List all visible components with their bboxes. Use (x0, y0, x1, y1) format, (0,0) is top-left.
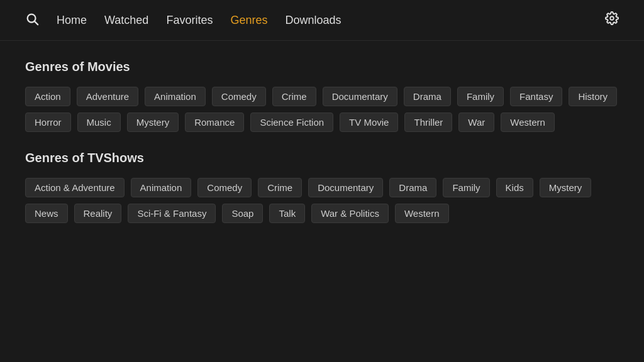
tvshows-genre-tags: Action & AdventureAnimationComedyCrimeDo… (25, 178, 619, 223)
tv-tag-comedy[interactable]: Comedy (197, 178, 252, 197)
tv-tag-sci-fi-fantasy[interactable]: Sci-Fi & Fantasy (128, 204, 216, 223)
search-icon[interactable] (25, 12, 39, 28)
tvshows-section: Genres of TVShows Action & AdventureAnim… (25, 151, 619, 223)
movie-tag-western[interactable]: Western (501, 112, 555, 132)
movie-tag-family[interactable]: Family (457, 87, 504, 106)
movie-tag-mystery[interactable]: Mystery (127, 112, 179, 132)
tv-tag-animation[interactable]: Animation (131, 178, 192, 197)
tv-tag-kids[interactable]: Kids (496, 178, 533, 197)
tv-tag-news[interactable]: News (25, 204, 68, 223)
tvshows-section-title: Genres of TVShows (25, 151, 619, 165)
tv-tag-talk[interactable]: Talk (269, 204, 305, 223)
nav-link-downloads[interactable]: Downloads (285, 14, 341, 27)
svg-point-2 (610, 16, 614, 20)
movie-tag-horror[interactable]: Horror (25, 112, 71, 132)
tv-tag-documentary[interactable]: Documentary (308, 178, 383, 197)
movies-section-title: Genres of Movies (25, 60, 619, 74)
movie-tag-science-fiction[interactable]: Science Fiction (250, 112, 333, 132)
movie-tag-fantasy[interactable]: Fantasy (510, 87, 562, 106)
movie-tag-history[interactable]: History (569, 87, 617, 106)
movie-tag-adventure[interactable]: Adventure (77, 87, 138, 106)
nav-link-favorites[interactable]: Favorites (166, 14, 213, 27)
nav-link-home[interactable]: Home (57, 14, 87, 27)
movie-tag-tv-movie[interactable]: TV Movie (340, 112, 398, 132)
tv-tag-family[interactable]: Family (443, 178, 489, 197)
tv-tag-war-politics[interactable]: War & Politics (311, 204, 389, 223)
movie-tag-war[interactable]: War (458, 112, 494, 132)
tv-tag-mystery[interactable]: Mystery (540, 178, 592, 197)
movies-genre-tags: ActionAdventureAnimationComedyCrimeDocum… (25, 87, 619, 132)
tv-tag-action-adventure[interactable]: Action & Adventure (25, 178, 125, 197)
movies-section: Genres of Movies ActionAdventureAnimatio… (25, 60, 619, 132)
nav-link-watched[interactable]: Watched (104, 14, 148, 27)
movie-tag-comedy[interactable]: Comedy (212, 87, 266, 106)
gear-icon[interactable] (605, 11, 619, 29)
main-content: Genres of Movies ActionAdventureAnimatio… (0, 41, 644, 261)
movie-tag-documentary[interactable]: Documentary (323, 87, 397, 106)
movie-tag-romance[interactable]: Romance (185, 112, 244, 132)
tv-tag-soap[interactable]: Soap (222, 204, 263, 223)
movie-tag-music[interactable]: Music (77, 112, 121, 132)
tv-tag-reality[interactable]: Reality (74, 204, 122, 223)
svg-line-1 (35, 21, 38, 25)
tv-tag-western[interactable]: Western (395, 204, 449, 223)
movie-tag-drama[interactable]: Drama (404, 87, 451, 106)
movie-tag-animation[interactable]: Animation (145, 87, 206, 106)
movie-tag-thriller[interactable]: Thriller (404, 112, 452, 132)
movie-tag-crime[interactable]: Crime (272, 87, 316, 106)
nav-links: HomeWatchedFavoritesGenresDownloads (57, 14, 587, 27)
tv-tag-crime[interactable]: Crime (258, 178, 302, 197)
header: HomeWatchedFavoritesGenresDownloads (0, 0, 644, 41)
nav-link-genres[interactable]: Genres (230, 14, 267, 27)
movie-tag-action[interactable]: Action (25, 87, 70, 106)
tv-tag-drama[interactable]: Drama (389, 178, 436, 197)
